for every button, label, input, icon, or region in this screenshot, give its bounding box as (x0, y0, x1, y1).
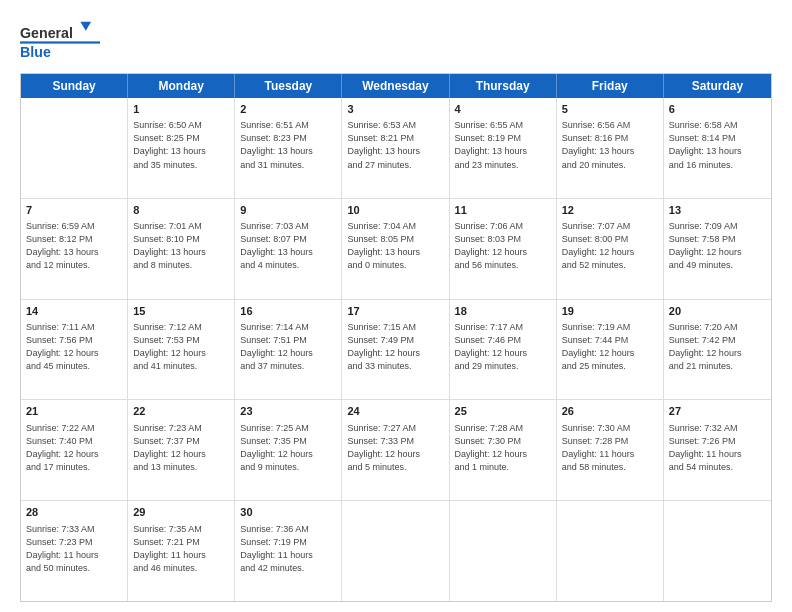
svg-text:General: General (20, 25, 73, 41)
day-number: 24 (347, 404, 443, 419)
calendar-cell-r0-c5: 5Sunrise: 6:56 AM Sunset: 8:16 PM Daylig… (557, 98, 664, 198)
day-number: 5 (562, 102, 658, 117)
day-number: 11 (455, 203, 551, 218)
calendar-cell-r1-c0: 7Sunrise: 6:59 AM Sunset: 8:12 PM Daylig… (21, 199, 128, 299)
cell-info: Sunrise: 7:28 AM Sunset: 7:30 PM Dayligh… (455, 422, 551, 474)
calendar-cell-r0-c2: 2Sunrise: 6:51 AM Sunset: 8:23 PM Daylig… (235, 98, 342, 198)
cell-info: Sunrise: 6:53 AM Sunset: 8:21 PM Dayligh… (347, 119, 443, 171)
calendar-cell-r2-c3: 17Sunrise: 7:15 AM Sunset: 7:49 PM Dayli… (342, 300, 449, 400)
calendar-header: SundayMondayTuesdayWednesdayThursdayFrid… (21, 74, 771, 98)
day-number: 3 (347, 102, 443, 117)
day-number: 22 (133, 404, 229, 419)
cell-info: Sunrise: 7:17 AM Sunset: 7:46 PM Dayligh… (455, 321, 551, 373)
calendar-cell-r4-c2: 30Sunrise: 7:36 AM Sunset: 7:19 PM Dayli… (235, 501, 342, 601)
cell-info: Sunrise: 7:01 AM Sunset: 8:10 PM Dayligh… (133, 220, 229, 272)
calendar-cell-r2-c5: 19Sunrise: 7:19 AM Sunset: 7:44 PM Dayli… (557, 300, 664, 400)
calendar-cell-r1-c3: 10Sunrise: 7:04 AM Sunset: 8:05 PM Dayli… (342, 199, 449, 299)
calendar-cell-r2-c6: 20Sunrise: 7:20 AM Sunset: 7:42 PM Dayli… (664, 300, 771, 400)
page: General Blue SundayMondayTuesdayWednesda… (0, 0, 792, 612)
calendar-cell-r4-c6 (664, 501, 771, 601)
cell-info: Sunrise: 6:58 AM Sunset: 8:14 PM Dayligh… (669, 119, 766, 171)
cell-info: Sunrise: 7:12 AM Sunset: 7:53 PM Dayligh… (133, 321, 229, 373)
calendar-cell-r2-c4: 18Sunrise: 7:17 AM Sunset: 7:46 PM Dayli… (450, 300, 557, 400)
calendar-cell-r1-c2: 9Sunrise: 7:03 AM Sunset: 8:07 PM Daylig… (235, 199, 342, 299)
cell-info: Sunrise: 6:51 AM Sunset: 8:23 PM Dayligh… (240, 119, 336, 171)
calendar-cell-r0-c1: 1Sunrise: 6:50 AM Sunset: 8:25 PM Daylig… (128, 98, 235, 198)
calendar-row-2: 14Sunrise: 7:11 AM Sunset: 7:56 PM Dayli… (21, 300, 771, 401)
cell-info: Sunrise: 7:25 AM Sunset: 7:35 PM Dayligh… (240, 422, 336, 474)
header-day-wednesday: Wednesday (342, 74, 449, 98)
calendar-cell-r1-c1: 8Sunrise: 7:01 AM Sunset: 8:10 PM Daylig… (128, 199, 235, 299)
calendar-cell-r2-c0: 14Sunrise: 7:11 AM Sunset: 7:56 PM Dayli… (21, 300, 128, 400)
cell-info: Sunrise: 7:06 AM Sunset: 8:03 PM Dayligh… (455, 220, 551, 272)
header-day-friday: Friday (557, 74, 664, 98)
day-number: 28 (26, 505, 122, 520)
calendar-cell-r3-c3: 24Sunrise: 7:27 AM Sunset: 7:33 PM Dayli… (342, 400, 449, 500)
calendar-cell-r2-c1: 15Sunrise: 7:12 AM Sunset: 7:53 PM Dayli… (128, 300, 235, 400)
day-number: 15 (133, 304, 229, 319)
calendar: SundayMondayTuesdayWednesdayThursdayFrid… (20, 73, 772, 602)
calendar-cell-r0-c4: 4Sunrise: 6:55 AM Sunset: 8:19 PM Daylig… (450, 98, 557, 198)
cell-info: Sunrise: 7:19 AM Sunset: 7:44 PM Dayligh… (562, 321, 658, 373)
calendar-row-4: 28Sunrise: 7:33 AM Sunset: 7:23 PM Dayli… (21, 501, 771, 601)
day-number: 14 (26, 304, 122, 319)
calendar-cell-r0-c3: 3Sunrise: 6:53 AM Sunset: 8:21 PM Daylig… (342, 98, 449, 198)
calendar-row-3: 21Sunrise: 7:22 AM Sunset: 7:40 PM Dayli… (21, 400, 771, 501)
day-number: 13 (669, 203, 766, 218)
calendar-cell-r3-c4: 25Sunrise: 7:28 AM Sunset: 7:30 PM Dayli… (450, 400, 557, 500)
calendar-cell-r3-c5: 26Sunrise: 7:30 AM Sunset: 7:28 PM Dayli… (557, 400, 664, 500)
header-day-thursday: Thursday (450, 74, 557, 98)
cell-info: Sunrise: 7:04 AM Sunset: 8:05 PM Dayligh… (347, 220, 443, 272)
cell-info: Sunrise: 7:35 AM Sunset: 7:21 PM Dayligh… (133, 523, 229, 575)
calendar-cell-r4-c1: 29Sunrise: 7:35 AM Sunset: 7:21 PM Dayli… (128, 501, 235, 601)
day-number: 2 (240, 102, 336, 117)
svg-marker-1 (80, 22, 91, 31)
calendar-cell-r1-c6: 13Sunrise: 7:09 AM Sunset: 7:58 PM Dayli… (664, 199, 771, 299)
calendar-cell-r4-c0: 28Sunrise: 7:33 AM Sunset: 7:23 PM Dayli… (21, 501, 128, 601)
calendar-cell-r4-c3 (342, 501, 449, 601)
day-number: 19 (562, 304, 658, 319)
cell-info: Sunrise: 7:36 AM Sunset: 7:19 PM Dayligh… (240, 523, 336, 575)
calendar-cell-r3-c0: 21Sunrise: 7:22 AM Sunset: 7:40 PM Dayli… (21, 400, 128, 500)
day-number: 9 (240, 203, 336, 218)
calendar-cell-r1-c4: 11Sunrise: 7:06 AM Sunset: 8:03 PM Dayli… (450, 199, 557, 299)
day-number: 7 (26, 203, 122, 218)
day-number: 23 (240, 404, 336, 419)
calendar-cell-r3-c1: 22Sunrise: 7:23 AM Sunset: 7:37 PM Dayli… (128, 400, 235, 500)
day-number: 8 (133, 203, 229, 218)
calendar-cell-r4-c4 (450, 501, 557, 601)
cell-info: Sunrise: 6:56 AM Sunset: 8:16 PM Dayligh… (562, 119, 658, 171)
calendar-cell-r0-c0 (21, 98, 128, 198)
cell-info: Sunrise: 7:11 AM Sunset: 7:56 PM Dayligh… (26, 321, 122, 373)
cell-info: Sunrise: 6:55 AM Sunset: 8:19 PM Dayligh… (455, 119, 551, 171)
calendar-cell-r3-c2: 23Sunrise: 7:25 AM Sunset: 7:35 PM Dayli… (235, 400, 342, 500)
cell-info: Sunrise: 7:09 AM Sunset: 7:58 PM Dayligh… (669, 220, 766, 272)
calendar-cell-r1-c5: 12Sunrise: 7:07 AM Sunset: 8:00 PM Dayli… (557, 199, 664, 299)
day-number: 18 (455, 304, 551, 319)
header-day-sunday: Sunday (21, 74, 128, 98)
calendar-cell-r4-c5 (557, 501, 664, 601)
cell-info: Sunrise: 6:59 AM Sunset: 8:12 PM Dayligh… (26, 220, 122, 272)
day-number: 29 (133, 505, 229, 520)
day-number: 6 (669, 102, 766, 117)
logo-svg: General Blue (20, 18, 100, 63)
day-number: 1 (133, 102, 229, 117)
header-day-monday: Monday (128, 74, 235, 98)
svg-rect-2 (20, 41, 100, 43)
day-number: 4 (455, 102, 551, 117)
cell-info: Sunrise: 7:07 AM Sunset: 8:00 PM Dayligh… (562, 220, 658, 272)
day-number: 26 (562, 404, 658, 419)
calendar-cell-r2-c2: 16Sunrise: 7:14 AM Sunset: 7:51 PM Dayli… (235, 300, 342, 400)
day-number: 17 (347, 304, 443, 319)
header-day-saturday: Saturday (664, 74, 771, 98)
calendar-cell-r0-c6: 6Sunrise: 6:58 AM Sunset: 8:14 PM Daylig… (664, 98, 771, 198)
cell-info: Sunrise: 7:23 AM Sunset: 7:37 PM Dayligh… (133, 422, 229, 474)
cell-info: Sunrise: 7:15 AM Sunset: 7:49 PM Dayligh… (347, 321, 443, 373)
calendar-row-1: 7Sunrise: 6:59 AM Sunset: 8:12 PM Daylig… (21, 199, 771, 300)
header: General Blue (20, 18, 772, 63)
cell-info: Sunrise: 6:50 AM Sunset: 8:25 PM Dayligh… (133, 119, 229, 171)
cell-info: Sunrise: 7:32 AM Sunset: 7:26 PM Dayligh… (669, 422, 766, 474)
logo: General Blue (20, 18, 100, 63)
day-number: 27 (669, 404, 766, 419)
cell-info: Sunrise: 7:20 AM Sunset: 7:42 PM Dayligh… (669, 321, 766, 373)
